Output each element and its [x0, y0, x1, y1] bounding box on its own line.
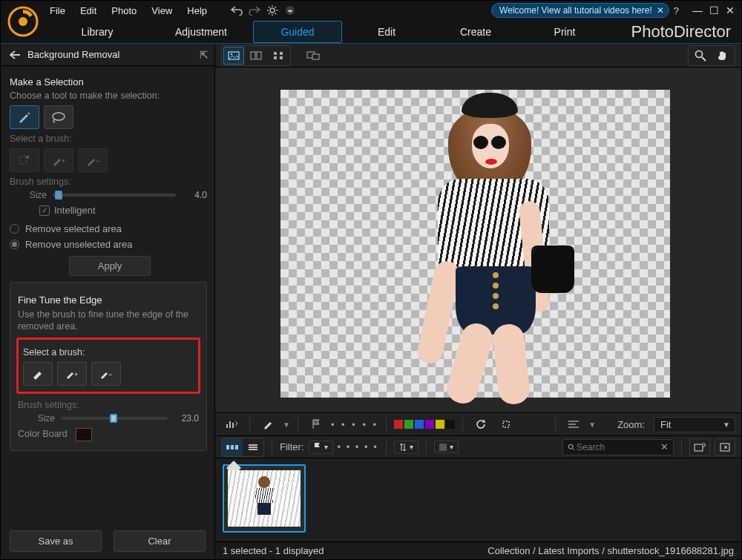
zoom-label: Zoom:: [617, 419, 645, 430]
remove-edge-brush[interactable]: −: [91, 362, 121, 386]
zoom-tool-icon[interactable]: [690, 47, 711, 65]
tab-guided[interactable]: Guided: [253, 21, 342, 43]
svg-rect-33: [229, 421, 231, 428]
select-brush-label-1: Select a brush:: [10, 134, 207, 144]
single-view-icon[interactable]: [223, 47, 244, 65]
welcome-text: Welcome! View all tutorial videos here!: [499, 5, 652, 16]
svg-point-12: [28, 113, 30, 115]
svg-point-15: [26, 156, 29, 159]
svg-point-45: [568, 444, 573, 449]
add-brush[interactable]: +: [44, 148, 73, 172]
grid-view-icon[interactable]: [268, 47, 289, 65]
size-label-2: Size: [18, 413, 55, 424]
section-make-selection: Make a Selection: [10, 76, 207, 88]
mode-bar: Library Adjustment Guided Edit Create Pr…: [1, 20, 741, 44]
welcome-banner[interactable]: Welcome! View all tutorial videos here! …: [491, 3, 669, 18]
menu-edit[interactable]: Edit: [73, 3, 104, 19]
svg-point-13: [53, 113, 65, 120]
brush-settings-label-1: Brush settings:: [10, 177, 207, 187]
svg-line-46: [573, 448, 575, 450]
tab-library[interactable]: Library: [45, 22, 149, 42]
status-bar: 1 selected - 1 displayed Collection / La…: [215, 541, 741, 559]
radio-remove-unselected[interactable]: [10, 240, 19, 249]
svg-rect-14: [19, 157, 27, 164]
back-icon[interactable]: [7, 47, 23, 63]
svg-rect-47: [695, 444, 703, 451]
tab-print[interactable]: Print: [520, 22, 609, 42]
radio-remove-unselected-label: Remove unselected area: [25, 239, 133, 250]
color-board-swatch[interactable]: [76, 428, 92, 441]
rotate-icon[interactable]: [470, 415, 491, 433]
crop-icon[interactable]: [496, 415, 516, 433]
search-input[interactable]: ✕: [562, 439, 674, 455]
search-field[interactable]: [575, 441, 660, 453]
svg-rect-48: [720, 444, 729, 451]
menu-file[interactable]: File: [42, 3, 73, 19]
export-icon[interactable]: [715, 438, 735, 456]
redo-icon[interactable]: [246, 2, 263, 19]
brush-icon[interactable]: [257, 415, 278, 433]
svg-point-21: [231, 53, 233, 55]
menu-photo[interactable]: Photo: [104, 3, 144, 19]
app-logo: [7, 5, 39, 38]
radio-remove-selected[interactable]: [10, 224, 19, 234]
svg-line-8: [275, 13, 277, 15]
gear-icon[interactable]: [263, 2, 281, 19]
menu-help[interactable]: Help: [180, 3, 214, 19]
filter-flag-dropdown[interactable]: ▾: [309, 441, 333, 454]
lasso-tool[interactable]: [44, 105, 73, 129]
auto-select-brush[interactable]: [10, 148, 39, 172]
help-icon[interactable]: ?: [674, 5, 679, 16]
pan-tool-icon[interactable]: [712, 47, 733, 65]
undo-icon[interactable]: [228, 2, 246, 19]
histogram-icon[interactable]: [221, 415, 242, 433]
left-panel: Background Removal ⇱ Make a Selection Ch…: [1, 44, 215, 559]
intelligent-checkbox[interactable]: ✓: [39, 205, 50, 216]
side-by-side-icon[interactable]: [246, 47, 266, 65]
tab-create[interactable]: Create: [431, 22, 520, 42]
remove-brush[interactable]: −: [78, 148, 108, 172]
zoom-value: Fit: [660, 419, 671, 430]
svg-line-7: [269, 7, 270, 8]
clear-search-icon[interactable]: ✕: [660, 441, 669, 452]
smart-brush-tool[interactable]: [10, 105, 39, 129]
thumbnail[interactable]: [223, 464, 306, 533]
save-as-button[interactable]: Save as: [10, 530, 102, 552]
panel-title: Background Removal: [27, 49, 119, 60]
chevron-down-icon: ▼: [723, 421, 730, 429]
color-swatches[interactable]: [394, 420, 455, 429]
clear-button[interactable]: Clear: [114, 530, 206, 552]
sort-dropdown[interactable]: ▾: [394, 441, 418, 454]
svg-point-30: [696, 50, 703, 57]
import-icon[interactable]: [689, 438, 710, 456]
status-path: Collection / Latest Imports / shuttersto…: [487, 545, 734, 556]
erase-brush[interactable]: [23, 362, 53, 386]
filter-label: Filter:: [280, 441, 304, 452]
size-slider-1[interactable]: [53, 194, 176, 197]
align-icon[interactable]: [563, 415, 584, 433]
add-edge-brush[interactable]: +: [57, 362, 87, 386]
svg-line-31: [702, 57, 706, 61]
popout-icon[interactable]: ⇱: [200, 49, 209, 61]
close-icon[interactable]: ✕: [657, 5, 664, 16]
tab-adjustment[interactable]: Adjustment: [149, 22, 253, 42]
label-dropdown[interactable]: ▾: [434, 441, 459, 453]
canvas[interactable]: [215, 67, 741, 412]
list-view-icon[interactable]: [243, 438, 263, 456]
bell-icon[interactable]: [281, 2, 299, 19]
close-window-icon[interactable]: ✕: [722, 4, 738, 16]
svg-rect-22: [251, 52, 255, 59]
zoom-select[interactable]: Fit ▼: [654, 417, 735, 432]
subject-cutout: [386, 90, 579, 398]
size-slider-2[interactable]: [61, 417, 168, 420]
thumb-large-icon[interactable]: [222, 438, 243, 456]
flag-icon[interactable]: [306, 415, 326, 433]
menu-bar: File Edit Photo View Help Welcome! View …: [1, 1, 741, 20]
secondary-monitor-icon[interactable]: [303, 47, 324, 65]
minimize-icon[interactable]: —: [689, 4, 706, 16]
svg-rect-24: [274, 52, 277, 55]
tab-edit[interactable]: Edit: [342, 22, 431, 42]
apply-button[interactable]: Apply: [69, 256, 151, 276]
maximize-icon[interactable]: ☐: [706, 4, 722, 16]
menu-view[interactable]: View: [144, 3, 180, 19]
